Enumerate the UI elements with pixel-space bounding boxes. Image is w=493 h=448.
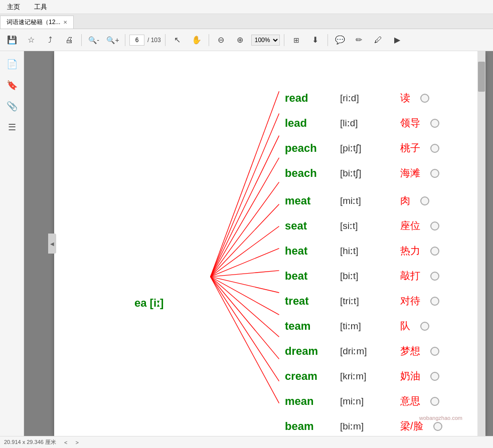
svg-line-12 [211,277,279,359]
list-item: meat[miːt]肉 [285,194,429,207]
zoom-minus-button[interactable]: ⊖ [213,32,229,48]
word-phonetic: [siːt] [340,220,390,232]
page-size-label: 20.914 x 29.346 厘米 [4,438,56,446]
word-chinese: 热力 [400,244,420,258]
list-item: read[riːd]读 [285,91,429,105]
hand-tool-button[interactable]: ✋ [189,32,205,48]
highlight-button[interactable]: 🖊 [370,32,386,48]
word-phonetic: [riːd] [340,92,390,104]
sidebar-collapse-button[interactable]: ◀ [48,234,56,254]
nav-right-button[interactable]: > [75,439,78,445]
sidebar-bookmark-icon[interactable]: 🔖 [4,77,20,93]
svg-line-5 [211,204,279,277]
svg-line-2 [211,136,279,277]
save-button[interactable]: 💾 [4,32,20,48]
list-item: mean[miːn]意思 [285,394,439,408]
word-english: cream [285,370,330,383]
zoom-plus-button[interactable]: ⊕ [232,32,248,48]
zoom-out-button[interactable]: 🔍- [86,32,102,48]
word-checkbox[interactable] [430,347,439,356]
pen-button[interactable]: ✏ [351,32,367,48]
word-chinese: 肉 [400,194,410,207]
word-phonetic: [triːt] [340,295,390,307]
tab-document[interactable]: 词语速记秘籍（12... ✕ [0,16,74,29]
word-english: treat [285,295,330,308]
pdf-page: ea [iː] read[riːd]读lead[liːd]领导peach[piː… [54,51,485,436]
word-chinese: 海滩 [400,166,420,180]
list-item: dream[driːm]梦想 [285,344,439,358]
word-chinese: 奶油 [400,369,420,383]
svg-line-8 [211,271,279,277]
svg-line-3 [211,158,279,277]
word-checkbox[interactable] [430,297,439,306]
tab-label: 词语速记秘籍（12... [7,18,60,27]
svg-line-10 [211,277,279,315]
word-chinese: 座位 [400,219,420,233]
scrollbar-thumb[interactable] [478,62,485,92]
download-button[interactable]: ⬇ [307,32,323,48]
word-checkbox[interactable] [420,322,429,331]
word-chinese: 敲打 [400,269,420,283]
word-chinese: 对待 [400,294,420,308]
svg-line-11 [211,277,279,337]
toolbar: 💾 ☆ ⤴ 🖨 🔍- 🔍+ / 103 ↖ ✋ ⊖ ⊕ 100% 75% 125… [0,29,493,51]
list-item: beach[biːtʃ]海滩 [285,166,439,180]
word-checkbox[interactable] [430,169,439,178]
word-chinese: 读 [400,91,410,105]
sidebar-attachment-icon[interactable]: 📎 [4,98,20,114]
more-button[interactable]: ▶ [389,32,405,48]
zoom-select[interactable]: 100% 75% 125% 150% [251,35,280,46]
cursor-tool-button[interactable]: ↖ [170,32,186,48]
word-checkbox[interactable] [430,144,439,153]
separator-1 [81,34,82,46]
list-item: treat[triːt]对待 [285,294,439,308]
fit-page-button[interactable]: ⊞ [288,32,304,48]
tab-close-button[interactable]: ✕ [63,20,67,25]
list-item: heat[hiːt]热力 [285,244,439,258]
comment-button[interactable]: 💬 [332,32,348,48]
center-phonetic-label: ea [iː] [134,297,163,310]
watermark: wobangzhao.com [419,415,462,421]
bookmark-button[interactable]: ☆ [23,32,39,48]
word-phonetic: [miːt] [340,195,390,206]
word-checkbox[interactable] [430,119,439,128]
sidebar-layers-icon[interactable]: ☰ [4,119,20,135]
word-phonetic: [hiːt] [340,245,390,257]
main-layout: 📄 🔖 📎 ☰ ◀ [0,51,493,436]
menu-tools[interactable]: 工具 [31,2,50,13]
print-button[interactable]: 🖨 [61,32,77,48]
word-chinese: 桃子 [400,141,420,155]
word-english: read [285,92,330,105]
word-chinese: 领导 [400,116,420,130]
page-number-input[interactable] [129,35,144,46]
svg-line-14 [211,277,279,403]
word-english: seat [285,219,330,233]
word-checkbox[interactable] [420,196,429,205]
word-english: peach [285,142,330,155]
word-checkbox[interactable] [433,422,442,431]
word-phonetic: [biːm] [340,420,390,432]
list-item: beat[biːt]敲打 [285,269,439,283]
word-phonetic: [miːn] [340,395,390,407]
svg-line-1 [211,113,279,277]
separator-4 [209,34,209,46]
word-checkbox[interactable] [430,247,439,256]
list-item: lead[liːd]领导 [285,116,439,130]
share-button[interactable]: ⤴ [42,32,58,48]
sidebar-page-icon[interactable]: 📄 [4,56,20,72]
svg-line-4 [211,182,279,277]
word-checkbox[interactable] [420,94,429,103]
word-phonetic: [piːtʃ] [340,142,390,154]
word-checkbox[interactable] [430,272,439,281]
separator-5 [284,34,284,46]
zoom-in-button[interactable]: 🔍+ [105,32,121,48]
word-checkbox[interactable] [430,372,439,381]
scrollbar[interactable] [477,51,485,436]
word-chinese: 梦想 [400,344,420,358]
nav-left-button[interactable]: < [64,439,67,445]
word-checkbox[interactable] [430,221,439,231]
menu-home[interactable]: 主页 [4,2,23,13]
word-english: team [285,320,330,333]
word-checkbox[interactable] [430,397,439,406]
tab-bar: 词语速记秘籍（12... ✕ [0,14,493,29]
